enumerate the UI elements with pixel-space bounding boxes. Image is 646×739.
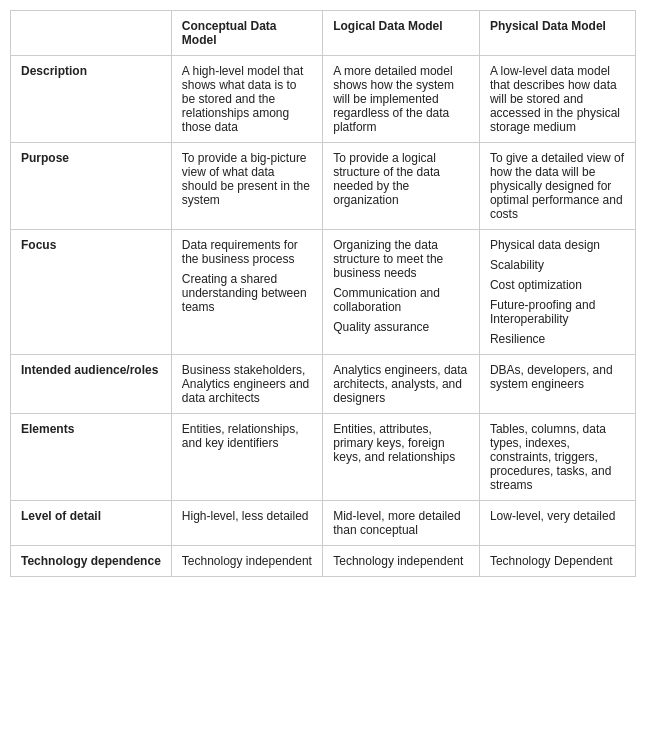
table-row-detail: Level of detailHigh-level, less detailed… — [11, 501, 636, 546]
row-label-description: Description — [11, 56, 172, 143]
cell-conceptual-technology: Technology independent — [171, 546, 322, 577]
header-conceptual: Conceptual Data Model — [171, 11, 322, 56]
comparison-table: Conceptual Data Model Logical Data Model… — [10, 10, 636, 577]
cell-conceptual-purpose: To provide a big-picture view of what da… — [171, 143, 322, 230]
cell-physical-elements: Tables, columns, data types, indexes, co… — [479, 414, 635, 501]
cell-conceptual-detail: High-level, less detailed — [171, 501, 322, 546]
row-label-technology: Technology dependence — [11, 546, 172, 577]
cell-physical-purpose: To give a detailed view of how the data … — [479, 143, 635, 230]
header-physical: Physical Data Model — [479, 11, 635, 56]
row-label-elements: Elements — [11, 414, 172, 501]
cell-physical-detail: Low-level, very detailed — [479, 501, 635, 546]
cell-logical-elements: Entities, attributes, primary keys, fore… — [323, 414, 480, 501]
list-item: Cost optimization — [490, 278, 625, 292]
cell-logical-focus: Organizing the data structure to meet th… — [323, 230, 480, 355]
table-row-elements: ElementsEntities, relationships, and key… — [11, 414, 636, 501]
row-label-focus: Focus — [11, 230, 172, 355]
cell-logical-audience: Analytics engineers, data architects, an… — [323, 355, 480, 414]
header-logical: Logical Data Model — [323, 11, 480, 56]
list-item: Organizing the data structure to meet th… — [333, 238, 469, 280]
table-row-description: DescriptionA high-level model that shows… — [11, 56, 636, 143]
table-row-purpose: PurposeTo provide a big-picture view of … — [11, 143, 636, 230]
table-row-technology: Technology dependenceTechnology independ… — [11, 546, 636, 577]
list-item: Future-proofing and Interoperability — [490, 298, 625, 326]
cell-physical-technology: Technology Dependent — [479, 546, 635, 577]
list-item: Creating a shared understanding between … — [182, 272, 312, 314]
cell-conceptual-audience: Business stakeholders, Analytics enginee… — [171, 355, 322, 414]
cell-conceptual-elements: Entities, relationships, and key identif… — [171, 414, 322, 501]
cell-conceptual-focus: Data requirements for the business proce… — [171, 230, 322, 355]
cell-physical-focus: Physical data designScalabilityCost opti… — [479, 230, 635, 355]
row-label-detail: Level of detail — [11, 501, 172, 546]
list-item: Scalability — [490, 258, 625, 272]
header-label — [11, 11, 172, 56]
list-item: Physical data design — [490, 238, 625, 252]
cell-physical-audience: DBAs, developers, and system engineers — [479, 355, 635, 414]
cell-logical-technology: Technology independent — [323, 546, 480, 577]
list-item: Data requirements for the business proce… — [182, 238, 312, 266]
row-label-audience: Intended audience/roles — [11, 355, 172, 414]
cell-physical-description: A low-level data model that describes ho… — [479, 56, 635, 143]
table-row-focus: FocusData requirements for the business … — [11, 230, 636, 355]
cell-logical-purpose: To provide a logical structure of the da… — [323, 143, 480, 230]
cell-logical-description: A more detailed model shows how the syst… — [323, 56, 480, 143]
list-item: Quality assurance — [333, 320, 469, 334]
list-item: Resilience — [490, 332, 625, 346]
list-item: Communication and collaboration — [333, 286, 469, 314]
cell-conceptual-description: A high-level model that shows what data … — [171, 56, 322, 143]
cell-logical-detail: Mid-level, more detailed than conceptual — [323, 501, 480, 546]
row-label-purpose: Purpose — [11, 143, 172, 230]
table-row-audience: Intended audience/rolesBusiness stakehol… — [11, 355, 636, 414]
